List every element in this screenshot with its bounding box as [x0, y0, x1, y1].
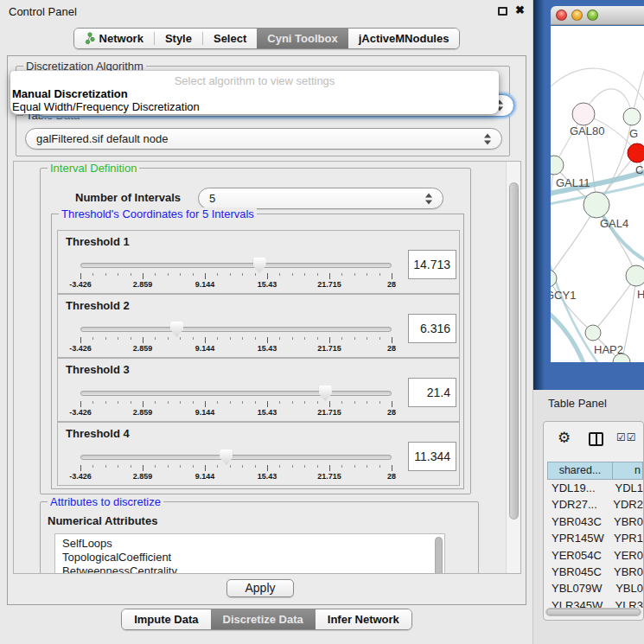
- table-row[interactable]: YBR043CYBR0: [547, 513, 643, 530]
- tab-jactivemnodules[interactable]: jActiveMNodules: [348, 29, 460, 48]
- table-cell[interactable]: YBL0: [612, 580, 643, 596]
- apply-button[interactable]: Apply: [226, 579, 294, 597]
- table-data-combobox[interactable]: galFiltered.sif default node: [25, 128, 502, 150]
- attribute-list-item[interactable]: BetweennessCentrality: [62, 564, 444, 574]
- table-cell[interactable]: YER0: [610, 547, 643, 564]
- algorithm-dropdown-hint: Select algorithm to view settings: [10, 74, 499, 87]
- tab-network[interactable]: Network: [74, 29, 154, 48]
- table-cell[interactable]: YER054C: [547, 547, 610, 564]
- table-hscrollbar-thumb[interactable]: [546, 609, 641, 615]
- threshold-panel: Threshold 3-3.4262.8599.14415.4321.71528…: [57, 358, 460, 422]
- table-rows: YDL19...YDL1YDR27...YDR2YBR043CYBR0YPR14…: [547, 480, 643, 608]
- bottom-tab-group: Impute Data Discretize Data Infer Networ…: [121, 609, 412, 630]
- table-row[interactable]: YER054CYER0: [547, 547, 643, 564]
- slider-tick-labels: -3.4262.8599.14415.4321.71528: [80, 344, 392, 354]
- settings-scrollbar-thumb[interactable]: [509, 182, 519, 520]
- settings-scrollbar-track[interactable]: [506, 162, 520, 573]
- top-tab-group: Network Style Select Cyni Toolbox jActiv…: [73, 28, 461, 49]
- table-header-row: shared... n: [547, 462, 643, 480]
- network-window-titlebar[interactable]: [551, 6, 644, 25]
- gear-icon[interactable]: ⚙: [558, 429, 571, 447]
- table-cell[interactable]: YBR043C: [547, 513, 610, 530]
- algorithm-option-manual[interactable]: Manual Discretization: [10, 87, 499, 100]
- cyni-toolbox-panel: Discretization Algorithm Table Data galF…: [7, 55, 526, 605]
- table-row[interactable]: YDL19...YDL1: [547, 480, 643, 496]
- threshold-value-field[interactable]: 14.713: [408, 250, 456, 279]
- table-row[interactable]: YDR27...YDR2: [547, 496, 643, 513]
- list-scrollbar[interactable]: [435, 537, 443, 574]
- slider-thumb[interactable]: [220, 450, 233, 465]
- threshold-value-field[interactable]: 11.344: [408, 442, 456, 471]
- minimize-traffic-light-icon[interactable]: [571, 10, 583, 21]
- settings-scroll-viewport: Interval Definition Number of Intervals …: [13, 161, 521, 574]
- table-row[interactable]: YPR145WYPR1: [547, 530, 643, 546]
- table-row[interactable]: YBL079WYBL0: [547, 580, 643, 596]
- table-cell[interactable]: YPR1: [610, 530, 643, 546]
- columns-icon[interactable]: [589, 432, 603, 446]
- table-cell[interactable]: YDL19...: [547, 480, 611, 496]
- tab-select[interactable]: Select: [203, 29, 257, 48]
- table-cell[interactable]: YLR3: [611, 597, 643, 608]
- slider-ticks: [80, 336, 392, 344]
- threshold-slider[interactable]: [80, 263, 392, 268]
- table-cell[interactable]: YBL079W: [547, 580, 612, 596]
- network-node[interactable]: [585, 325, 601, 341]
- close-traffic-light-icon[interactable]: [556, 10, 567, 21]
- threshold-slider[interactable]: [80, 391, 392, 396]
- table-row[interactable]: YLR345WYLR3: [547, 597, 643, 608]
- table-cell[interactable]: YDL1: [611, 480, 643, 496]
- table-cell[interactable]: YDR2: [609, 496, 643, 513]
- tab-cyni-toolbox[interactable]: Cyni Toolbox: [257, 29, 348, 48]
- combo-arrows-icon: [484, 133, 492, 144]
- threshold-slider[interactable]: [80, 327, 392, 332]
- network-node-label: G: [629, 127, 638, 140]
- table-row[interactable]: YBR045CYBR0: [547, 564, 643, 580]
- numerical-attributes-list[interactable]: SelfLoopsTopologicalCoefficientBetweenne…: [54, 533, 445, 574]
- network-node[interactable]: [628, 143, 644, 163]
- checkbox-icons[interactable]: ☑☑: [616, 431, 637, 443]
- network-node[interactable]: [551, 156, 564, 175]
- attribute-list-item[interactable]: TopologicalCoefficient: [62, 551, 444, 564]
- table-panel-title: Table Panel: [548, 397, 607, 410]
- tab-style[interactable]: Style: [155, 29, 202, 48]
- threshold-label: Threshold 4: [66, 427, 130, 440]
- slider-thumb[interactable]: [253, 258, 266, 273]
- slider-tick-labels: -3.4262.8599.14415.4321.71528: [80, 280, 392, 290]
- tab-discretize-data[interactable]: Discretize Data: [211, 609, 316, 629]
- algorithm-option-equal-width[interactable]: Equal Width/Frequency Discretization: [10, 100, 499, 113]
- threshold-value-field[interactable]: 6.316: [408, 314, 456, 343]
- column-header-shared[interactable]: shared...: [547, 462, 613, 480]
- table-cell[interactable]: YPR145W: [547, 530, 610, 546]
- attribute-list-item[interactable]: SelfLoops: [62, 537, 444, 551]
- threshold-slider[interactable]: [80, 455, 392, 460]
- zoom-traffic-light-icon[interactable]: [587, 10, 598, 21]
- table-cell[interactable]: YBR0: [610, 564, 643, 580]
- table-cell[interactable]: YDR27...: [547, 496, 609, 513]
- network-node[interactable]: [583, 192, 609, 218]
- close-icon[interactable]: ✖: [515, 3, 525, 16]
- slider-thumb[interactable]: [319, 386, 332, 401]
- float-icon[interactable]: [498, 7, 507, 16]
- column-header-name[interactable]: n: [613, 462, 643, 480]
- attributes-group-title: Attributes to discretize: [48, 495, 163, 508]
- table-hscrollbar-track[interactable]: [545, 608, 641, 616]
- slider-thumb[interactable]: [170, 322, 183, 337]
- table-data-combobox-value: galFiltered.sif default node: [36, 132, 168, 145]
- table-cell[interactable]: YBR0: [610, 513, 643, 530]
- table-cell[interactable]: YBR045C: [547, 564, 610, 580]
- threshold-label: Threshold 3: [66, 363, 130, 376]
- network-node[interactable]: [623, 108, 641, 125]
- network-node[interactable]: [572, 103, 595, 125]
- threshold-panel: Threshold 2-3.4262.8599.14415.4321.71528…: [57, 294, 460, 358]
- threshold-value-field[interactable]: 21.4: [408, 378, 456, 407]
- network-icon: [85, 32, 95, 45]
- table-panel: Table Panel ⚙ ☑☑ shared... n YDL19...YDL…: [533, 390, 644, 644]
- table-cell[interactable]: YLR345W: [547, 597, 611, 608]
- tab-infer-network[interactable]: Infer Network: [316, 609, 411, 629]
- network-canvas[interactable]: GAL80GCGAL11GAL4GCY1HHAP2: [551, 26, 644, 362]
- interval-definition-title: Interval Definition: [48, 162, 139, 175]
- tab-impute-data[interactable]: Impute Data: [122, 609, 210, 629]
- number-of-intervals-combobox[interactable]: 5: [198, 188, 443, 209]
- slider-ticks: [80, 400, 392, 408]
- network-node[interactable]: [626, 265, 644, 286]
